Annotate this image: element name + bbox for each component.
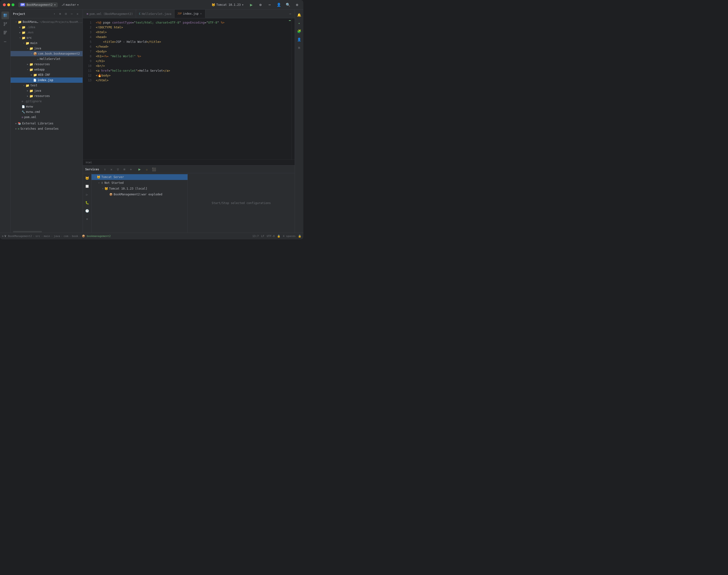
services-group-btn[interactable]: ⊞ — [122, 167, 127, 172]
tree-item-package[interactable]: ▾ 📦 com.book.bookmanagement2 — [10, 51, 83, 56]
settings-gear-icon[interactable]: ⚙ — [294, 1, 300, 8]
services-debug-icon[interactable]: 🐛 — [84, 199, 91, 206]
v-icon: V — [5, 235, 6, 238]
encoding[interactable]: UTF-8 — [267, 235, 275, 238]
tree-item-mvn[interactable]: ▶ 📁 .mvn — [10, 30, 83, 35]
project-selector[interactable]: BM BookManagement2 ▾ — [18, 2, 58, 7]
tree-item-resources[interactable]: ▶ 📁 resources — [10, 62, 83, 67]
services-item-notstartd[interactable]: ▾ ⏸ Not Started — [92, 180, 188, 186]
services-tomcat-icon[interactable]: 🐱 — [84, 175, 91, 181]
services-item-deployment[interactable]: 📦 BookManagement2:war exploded — [92, 192, 188, 197]
tree-item-pomxml[interactable]: m pom.xml — [10, 114, 83, 120]
services-history-icon[interactable]: 🕐 — [84, 207, 91, 214]
tab-helloservlet[interactable]: C HelloServlet.java — [136, 10, 174, 18]
account-icon[interactable]: 👤 — [276, 1, 282, 8]
tree-item-indexjsp[interactable]: 📄 index.jsp — [10, 77, 83, 83]
tree-label-extlibs: External Libraries — [22, 122, 83, 125]
settings-button[interactable]: ⚙ — [257, 1, 264, 8]
plugins-icon[interactable]: 🧩 — [296, 28, 303, 35]
services-stop-btn[interactable]: ⬛ — [151, 167, 157, 172]
services-star-btn[interactable]: ☆ — [144, 167, 150, 172]
panel-options-btn[interactable]: ⋯ — [69, 11, 74, 16]
svg-rect-10 — [4, 33, 5, 34]
maximize-button[interactable] — [11, 3, 14, 6]
panel-collapse-btn[interactable]: ⊟ — [63, 11, 69, 16]
panel-add-btn[interactable]: ⊕ — [58, 11, 63, 16]
tree-item-mvnw[interactable]: 📄 mvnw — [10, 104, 83, 109]
tab-indexjsp[interactable]: JSP index.jsp ✕ — [175, 10, 205, 18]
breadcrumb-item-main[interactable]: main — [44, 235, 50, 238]
tree-arrow-webinf: ▶ — [30, 74, 33, 76]
services-panel-icon[interactable]: ⬜ — [84, 183, 91, 190]
profile-icon[interactable]: 👤 — [296, 36, 303, 43]
ai-assistant-icon[interactable]: ✦ — [296, 20, 303, 27]
services-add-btn[interactable]: + — [128, 167, 134, 172]
breadcrumb-item-book[interactable]: book — [72, 235, 78, 238]
sidebar-item-structure[interactable] — [1, 29, 9, 37]
sidebar-item-vcs[interactable] — [1, 20, 9, 28]
cursor-position[interactable]: 13:7 — [252, 235, 259, 238]
tab-close-indexjsp[interactable]: ✕ — [200, 12, 202, 15]
editor-content[interactable]: <%@ page contentType="text/html; charset… — [94, 18, 288, 160]
panel-dropdown-arrow[interactable]: ▾ — [54, 12, 55, 15]
tree-label-testresources: resources — [34, 94, 83, 98]
bottom-panel: Services ↑ ✕ ▽ ⊞ + ▶ ☆ ⬛ — [83, 165, 295, 233]
line-ending[interactable]: LF — [261, 235, 264, 238]
tree-item-scratches[interactable]: ▶ ≡ Scratches and Consoles — [10, 126, 83, 131]
search-icon[interactable]: 🔍 — [285, 1, 291, 8]
tree-item-src[interactable]: ▾ 📁 src — [10, 35, 83, 40]
tomcat-server-icon: 🐱 — [97, 175, 100, 179]
more-button[interactable]: ⋯ — [266, 1, 273, 8]
services-up-btn[interactable]: ↑ — [102, 167, 108, 172]
tree-item-extlibs[interactable]: ▶ 📚 External Libraries — [10, 121, 83, 126]
breadcrumb-item-com[interactable]: com — [64, 235, 68, 238]
indent[interactable]: 4 spaces — [283, 235, 296, 238]
breadcrumb-item-bm2[interactable]: 📦 bookmanagement2 — [82, 235, 111, 238]
sidebar-item-project[interactable] — [1, 11, 9, 19]
folder-testjava-icon: 📁 — [29, 89, 33, 93]
tree-item-main[interactable]: ▾ 📁 main — [10, 40, 83, 46]
branch-icon: ⎇ — [62, 3, 65, 6]
minimize-button[interactable] — [7, 3, 10, 6]
tree-item-webinf[interactable]: ▶ 📁 WEB-INF — [10, 72, 83, 77]
tree-item-testjava[interactable]: ▶ 📁 java — [10, 88, 83, 93]
sidebar-item-more[interactable]: ⋯ — [1, 37, 9, 45]
tree-item-idea[interactable]: ▶ 📁 .idea — [10, 25, 83, 30]
notifications-icon[interactable]: 🔔 — [296, 11, 303, 18]
close-button[interactable] — [3, 3, 6, 6]
services-build-icon[interactable]: ⚙ — [84, 215, 91, 222]
tree-item-java[interactable]: ▾ 📁 java — [10, 46, 83, 51]
folder-webinf-icon: 📁 — [33, 73, 37, 77]
services-item-tomcatlocal[interactable]: ▾ 🐱 Tomcat 10.1.23 [local] — [92, 186, 188, 192]
tomcat-selector[interactable]: 🐱 Tomcat 10.1.23 ▾ — [210, 3, 246, 7]
tab-more-button[interactable]: ⋯ — [287, 10, 294, 17]
java-file-icon: ☕ — [37, 58, 39, 61]
breadcrumb-item-project[interactable]: BookManagement2 — [8, 235, 32, 238]
marketplace-icon[interactable]: m — [296, 44, 303, 51]
code-line-2: <!DOCTYPE html> — [96, 25, 288, 30]
breadcrumb-item-src[interactable]: src — [35, 235, 40, 238]
branch-selector[interactable]: ⎇ master ▾ — [60, 2, 81, 7]
tree-item-mvnwcmd[interactable]: 🔧 mvnw.cmd — [10, 109, 83, 114]
services-run-icon[interactable]: ▷ — [84, 191, 91, 198]
tree-item-gitignore[interactable]: ⊘ .gitignore — [10, 99, 83, 104]
tree-item-test[interactable]: ▾ 📁 test — [10, 83, 83, 88]
tree-scrollbar[interactable] — [10, 231, 83, 233]
traffic-lights — [3, 3, 14, 6]
tab-pom[interactable]: m pom.xml (BookManagement2) — [84, 10, 136, 18]
services-filter-btn[interactable]: ▽ — [115, 167, 121, 172]
breadcrumb-item-java[interactable]: java — [54, 235, 60, 238]
services-run-btn[interactable]: ▶ — [137, 167, 143, 172]
tree-label-indexjsp: index.jsp — [37, 78, 83, 82]
tree-item-webapp[interactable]: ▾ 📁 webapp — [10, 67, 83, 72]
services-item-tomcat[interactable]: ▾ 🐱 Tomcat Server — [92, 174, 188, 180]
tree-item-servlet[interactable]: ☕ HelloServlet — [10, 56, 83, 62]
services-close-btn[interactable]: ✕ — [108, 167, 114, 172]
status-bar: ⚙ V BookManagement2 › src › main › java … — [0, 233, 303, 239]
editor-scrollbar[interactable] — [291, 18, 295, 160]
run-button[interactable]: ▶ — [248, 1, 255, 8]
tree-item-testresources[interactable]: ▶ 📁 resources — [10, 93, 83, 99]
panel-close-btn[interactable]: ✕ — [75, 11, 80, 16]
tree-item-root[interactable]: ▾ 📁 BookManagement2 ~/Desktop/Projects/B… — [10, 19, 83, 25]
gear-icon[interactable]: ⚙ — [2, 235, 4, 238]
